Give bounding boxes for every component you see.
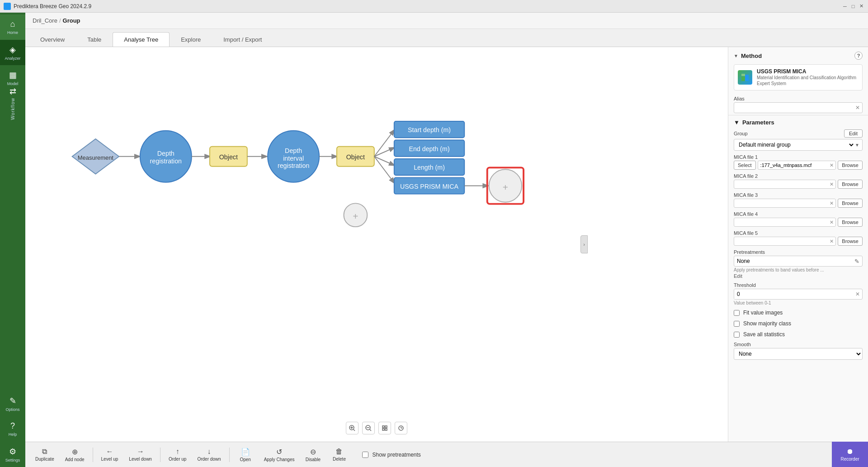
mica-file-1-clear-btn[interactable]: ✕ (827, 161, 835, 169)
svg-text:Object: Object (346, 153, 365, 161)
sidebar-item-help[interactable]: ? Help (0, 416, 25, 442)
mica-file-1-select-btn[interactable]: Select (734, 161, 756, 170)
mica-file-5-input[interactable] (734, 237, 827, 245)
svg-text:Measurement: Measurement (78, 154, 114, 161)
recorder-label: Recorder (840, 457, 859, 462)
smooth-select[interactable]: None (734, 348, 862, 359)
zoom-in-btn[interactable] (346, 422, 359, 434)
mica-file-5-clear-btn[interactable]: ✕ (827, 237, 835, 245)
panel-collapse-btn[interactable]: › (580, 235, 588, 253)
level-up-btn[interactable]: ← Level up (97, 446, 123, 463)
params-section-header: ▼ Parameters (728, 115, 868, 128)
mica-file-5-label: MICA file 5 (734, 230, 863, 236)
sidebar-item-workflow[interactable]: ⇄ Workflow (0, 91, 25, 116)
bottom-toolbar: ⧉ Duplicate ⊕ Add node ← Level up → Leve… (25, 442, 868, 467)
title-bar-left: Prediktera Breeze Geo 2024.2.9 (4, 3, 91, 10)
mica-file-2-clear-btn[interactable]: ✕ (827, 180, 835, 188)
order-down-label: Order down (197, 457, 221, 462)
mica-file-4-input[interactable] (734, 218, 827, 226)
toolbar-sep-1 (93, 448, 93, 462)
mica-file-2-row: MICA file 2 ✕ Browse (728, 172, 868, 191)
svg-rect-32 (382, 429, 384, 430)
mica-file-5-input-wrap: ✕ (734, 237, 836, 246)
mica-file-5-group: ✕ Browse (734, 237, 863, 246)
mica-file-3-clear-btn[interactable]: ✕ (827, 199, 835, 207)
group-select-wrap: Default mineral group ▼ (734, 139, 863, 151)
mica-file-3-group: ✕ Browse (734, 199, 863, 208)
zoom-out-btn[interactable] (362, 422, 375, 434)
order-up-label: Order up (169, 457, 186, 462)
mica-file-4-browse-btn[interactable]: Browse (838, 218, 863, 227)
toolbar-sep-2 (160, 448, 160, 462)
threshold-input[interactable] (734, 289, 853, 299)
svg-text:+: + (503, 182, 508, 192)
show-pretreatments-checkbox[interactable] (362, 452, 368, 458)
tab-explore[interactable]: Explore (170, 32, 212, 47)
model-icon: ▦ (9, 70, 17, 80)
close-btn[interactable]: ✕ (858, 3, 864, 10)
duplicate-label: Duplicate (35, 457, 54, 462)
method-name: USGS PRISM MICA (757, 68, 859, 75)
threshold-clear-btn[interactable]: ✕ (853, 290, 862, 299)
disable-btn[interactable]: ⊖ Disable (301, 446, 325, 464)
sidebar-item-analyzer[interactable]: ◈ Analyzer (0, 40, 25, 65)
order-down-btn[interactable]: ↓ Order down (193, 446, 225, 463)
group-label: Group (734, 131, 748, 136)
method-title: Method (741, 52, 762, 59)
show-majority-class-checkbox[interactable] (734, 321, 740, 327)
fit-value-images-row: Fit value images (728, 307, 868, 318)
add-node-btn[interactable]: ⊕ Add node (61, 446, 89, 464)
mica-file-2-input[interactable] (734, 180, 827, 188)
mica-file-2-browse-btn[interactable]: Browse (838, 180, 863, 189)
maximize-btn[interactable]: □ (850, 3, 856, 10)
open-btn[interactable]: 📄 Open (233, 446, 258, 464)
zoom-reset-btn[interactable] (395, 422, 407, 434)
order-up-btn[interactable]: ↑ Order up (164, 446, 191, 463)
fit-value-images-checkbox[interactable] (734, 310, 740, 316)
options-icon: ✎ (9, 396, 16, 406)
mica-file-1-input[interactable] (758, 161, 828, 169)
svg-rect-30 (382, 426, 384, 428)
recorder-btn[interactable]: ⏺ Recorder (832, 442, 868, 467)
tab-table[interactable]: Table (76, 32, 113, 47)
method-card: USGS PRISM MICA Material Identification … (734, 64, 863, 91)
pretreatments-input[interactable] (734, 256, 852, 266)
zoom-fit-btn[interactable] (378, 422, 391, 434)
delete-btn[interactable]: 🗑 Delete (327, 446, 351, 463)
group-select[interactable]: Default mineral group (734, 139, 855, 150)
mica-file-1-browse-btn[interactable]: Browse (838, 161, 863, 170)
save-all-statistics-checkbox[interactable] (734, 332, 740, 338)
mica-file-3-browse-btn[interactable]: Browse (838, 199, 863, 208)
alias-clear-btn[interactable]: ✕ (853, 103, 862, 112)
tab-analyse-tree[interactable]: Analyse Tree (113, 32, 170, 47)
svg-text:Length (m): Length (m) (414, 164, 445, 171)
mica-file-4-clear-btn[interactable]: ✕ (827, 218, 835, 226)
duplicate-btn[interactable]: ⧉ Duplicate (31, 446, 59, 463)
method-help-btn[interactable]: ? (854, 52, 863, 60)
method-desc: Material Identification and Classificati… (757, 75, 859, 86)
tab-import-export[interactable]: Import / Export (212, 32, 273, 47)
tab-overview[interactable]: Overview (29, 32, 76, 47)
disable-icon: ⊖ (310, 448, 316, 456)
alias-label: Alias (734, 96, 863, 101)
duplicate-icon: ⧉ (42, 448, 47, 456)
show-majority-class-label: Show majority class (743, 320, 791, 327)
apply-changes-btn[interactable]: ↺ Apply Changes (259, 446, 299, 464)
window-controls[interactable]: ─ □ ✕ (842, 3, 864, 10)
apply-changes-icon: ↺ (276, 448, 282, 456)
sidebar-item-options[interactable]: ✎ Options (0, 391, 25, 416)
minimize-btn[interactable]: ─ (842, 3, 848, 10)
alias-input[interactable] (734, 103, 853, 113)
pretreatments-edit-icon[interactable]: ✎ (852, 258, 862, 265)
sidebar-item-settings[interactable]: ⚙ Settings (0, 442, 25, 467)
group-edit-btn[interactable]: Edit (844, 129, 863, 138)
home-icon: ⌂ (10, 19, 15, 29)
sidebar-item-home[interactable]: ⌂ Home (0, 14, 25, 40)
threshold-wrap: Threshold ✕ Value between 0-1 (728, 281, 868, 307)
mica-file-3-input[interactable] (734, 199, 827, 207)
svg-rect-31 (385, 426, 387, 428)
pretreatments-edit-link[interactable]: Edit (734, 273, 863, 279)
mica-file-5-browse-btn[interactable]: Browse (838, 237, 863, 246)
level-down-btn[interactable]: → Level down (124, 446, 156, 463)
pretreatments-label: Pretreatments (734, 249, 863, 255)
